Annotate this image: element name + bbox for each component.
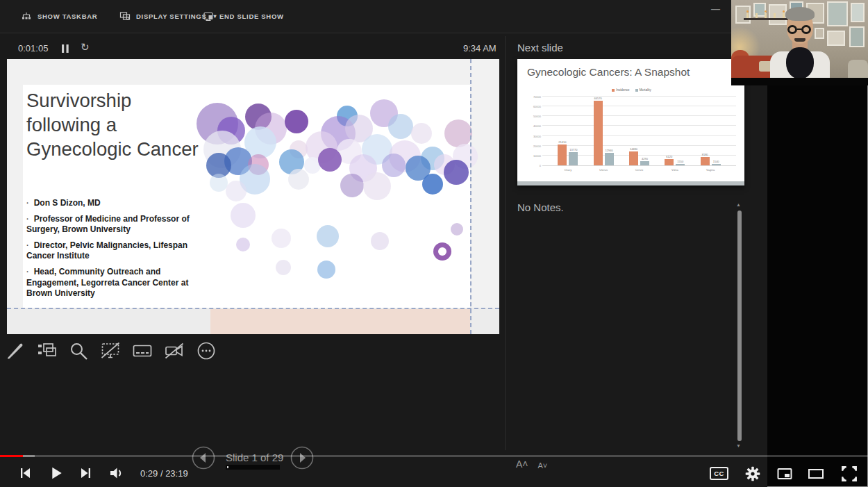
slide-bullet: ·Head, Community Outreach and Engagement…	[26, 267, 204, 299]
slide-bullet: ·Director, Pelvic Malignancies, Lifespan…	[26, 240, 204, 262]
current-slide[interactable]: Survivorship following a Gynecologic Can…	[7, 59, 499, 334]
decorative-bubble	[318, 148, 342, 172]
decorative-bubble	[382, 154, 406, 177]
decorative-bubble	[226, 181, 247, 201]
decorative-bubble	[317, 225, 339, 247]
restart-timer-button[interactable]: ↻	[81, 41, 90, 53]
display-settings-label: DISPLAY SETTINGS	[136, 13, 206, 20]
chart-bar-group: 6657012940Uterus	[594, 97, 614, 165]
presentation-timer: 0:01:05	[18, 43, 48, 53]
slide-media-progress	[226, 465, 280, 470]
settings-gear-icon[interactable]	[744, 465, 762, 486]
notes-scroll-down-icon[interactable]: ▼	[736, 443, 741, 448]
previous-video-button[interactable]	[17, 465, 33, 484]
chair	[848, 60, 868, 79]
video-progress-bar[interactable]	[0, 455, 868, 457]
notes-scrollbar[interactable]	[737, 211, 742, 441]
decorative-bubble	[444, 160, 469, 185]
glasses-icon	[801, 25, 811, 34]
zoom-slide-button[interactable]	[68, 340, 89, 361]
decorative-bubble	[340, 174, 364, 197]
chart-bar-group: 81801540Vagina	[701, 97, 721, 165]
volume-button[interactable]	[108, 465, 125, 484]
pause-timer-button[interactable]	[61, 44, 69, 56]
captions-button[interactable]	[132, 340, 153, 361]
time-display: 0:29 / 23:19	[140, 468, 188, 479]
slide-bullet: ·Don S Dizon, MD	[26, 198, 204, 209]
decrease-font-button[interactable]: A˅	[538, 461, 548, 470]
next-slide-thumbnail[interactable]: Gynecologic Cancers: A Snapshot Incidenc…	[517, 59, 744, 185]
presenter-topbar: SHOW TASKBAR DISPLAY SETTINGS ▾ END SLID…	[0, 0, 767, 33]
decorative-bubble	[276, 260, 291, 275]
next-slide-heading: Next slide	[517, 42, 563, 53]
decorative-bubble	[288, 169, 309, 190]
slide-counter: Slide 1 of 29	[226, 452, 283, 463]
decorative-bubble	[210, 174, 228, 192]
presenter-scarf	[786, 47, 814, 79]
wall-frame	[849, 26, 865, 47]
slide-guide-dashed-vertical	[470, 59, 471, 334]
next-video-button[interactable]	[78, 465, 94, 484]
decorative-bubble	[371, 232, 389, 250]
decorative-bubble	[231, 203, 256, 228]
decorative-bubble	[438, 247, 446, 256]
miniplayer-button[interactable]	[776, 465, 793, 485]
minimize-button[interactable]: —	[711, 3, 720, 14]
chart-plot-area: 010000200003000040000500006000070000 214…	[542, 97, 736, 166]
notes-text: No Notes.	[517, 201, 564, 213]
wall-frame	[827, 1, 848, 26]
notes-scroll-up-icon[interactable]: ▲	[736, 202, 741, 207]
taskbar-icon	[21, 10, 32, 23]
presenter-toolbar	[4, 340, 217, 361]
slide-guide-dashed-horizontal	[7, 308, 499, 309]
chart-bar-group: 61201550Vulva	[665, 97, 685, 165]
decorative-bubble	[422, 174, 443, 195]
show-taskbar-label: SHOW TASKBAR	[37, 13, 97, 20]
play-button[interactable]	[46, 463, 65, 486]
fullscreen-button[interactable]	[840, 465, 858, 486]
presenter-view: SHOW TASKBAR DISPLAY SETTINGS ▾ END SLID…	[0, 0, 767, 487]
glasses-icon	[787, 25, 797, 34]
notes-font-size-controls: A˄ A˅	[516, 459, 547, 470]
show-taskbar-button[interactable]: SHOW TASKBAR	[21, 0, 97, 33]
next-slide-button[interactable]	[290, 446, 314, 470]
previous-slide-button[interactable]	[192, 446, 215, 470]
video-player: SHOW TASKBAR DISPLAY SETTINGS ▾ END SLID…	[0, 0, 868, 487]
wall-frame	[851, 3, 865, 22]
presenter-hair	[785, 7, 815, 21]
wall-frame	[815, 28, 824, 39]
clock-time: 9:34 AM	[463, 43, 496, 53]
decorative-bubble	[451, 223, 463, 236]
wall-frame	[827, 31, 845, 46]
decorative-bubble	[236, 238, 250, 251]
camera-off-button[interactable]	[164, 340, 185, 361]
slide-bullets-list: ·Don S Dizon, MD·Professor of Medicine a…	[26, 198, 204, 304]
video-progress-played	[0, 455, 23, 457]
webcam-overlay	[731, 0, 868, 85]
chart-bar-groups: 2141013770Ovary6657012940Uterus144804290…	[542, 97, 736, 165]
slide-bullet: ·Professor of Medicine and Professor of …	[26, 214, 204, 236]
decorative-bubble	[363, 172, 391, 200]
next-slide-title: Gynecologic Cancers: A Snapshot	[527, 66, 690, 79]
chart-bar-group: 144804290Cervix	[629, 97, 649, 165]
pen-tool-button[interactable]	[4, 340, 25, 361]
end-slide-show-icon	[203, 10, 214, 23]
decorative-bubble	[444, 119, 472, 147]
pane-divider	[505, 36, 506, 450]
chart-bar-group: 2141013770Ovary	[558, 97, 578, 165]
video-progress-buffer	[23, 455, 35, 457]
bar-chart: IncidenceMortality 010000200003000040000…	[524, 91, 739, 174]
display-settings-icon	[119, 10, 131, 23]
theater-mode-button[interactable]	[808, 465, 824, 485]
thumbnail-footer-strip	[517, 181, 744, 185]
see-all-slides-button[interactable]	[36, 340, 57, 361]
slide-title: Survivorship following a Gynecologic Can…	[26, 89, 201, 162]
end-slide-show-label: END SLIDE SHOW	[219, 13, 284, 20]
decorative-bubble	[285, 110, 308, 133]
increase-font-button[interactable]: A˄	[516, 459, 528, 470]
black-screen-button[interactable]	[100, 340, 121, 361]
more-options-button[interactable]	[196, 340, 217, 361]
captions-toggle-button[interactable]: CC	[710, 467, 728, 480]
end-slide-show-button[interactable]: END SLIDE SHOW	[203, 0, 284, 33]
decorative-bubble	[411, 123, 432, 144]
